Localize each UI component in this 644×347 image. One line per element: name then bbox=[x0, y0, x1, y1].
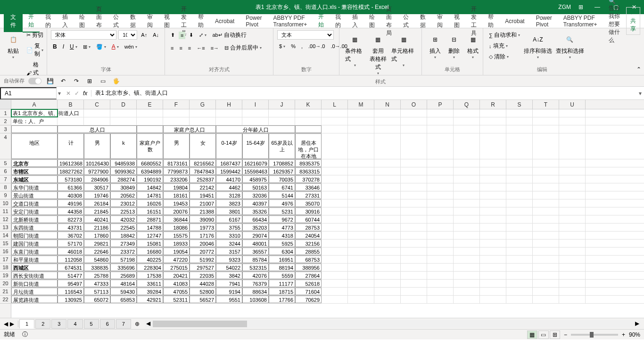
save-button[interactable]: 💾 bbox=[45, 76, 55, 86]
cell[interactable] bbox=[454, 109, 480, 117]
row-header-16[interactable]: 16 bbox=[0, 248, 11, 256]
cell[interactable] bbox=[374, 191, 401, 199]
cell[interactable] bbox=[506, 117, 533, 125]
cell[interactable] bbox=[454, 191, 480, 199]
cell[interactable] bbox=[348, 207, 374, 215]
increase-indent-button[interactable]: ≡→ bbox=[209, 44, 221, 52]
menu-tab-12[interactable]: Power Pivot bbox=[530, 12, 558, 31]
cell[interactable]: 居住本地，户口在本地 bbox=[295, 133, 322, 159]
cell[interactable]: 家庭户户数 bbox=[137, 133, 163, 159]
cell[interactable]: 18933 bbox=[163, 240, 190, 247]
cell[interactable]: 47220 bbox=[163, 256, 190, 263]
cell[interactable] bbox=[348, 231, 374, 239]
comma-button[interactable]: , bbox=[299, 42, 305, 50]
cell[interactable]: 总人口 bbox=[58, 125, 137, 133]
expand-formula-bar[interactable]: ▾ bbox=[636, 90, 644, 97]
user-name[interactable]: ZGM bbox=[558, 4, 571, 10]
cell[interactable] bbox=[401, 240, 427, 247]
touch-mode-button[interactable]: 🖐 bbox=[111, 76, 121, 86]
cell[interactable] bbox=[190, 109, 216, 117]
cell[interactable] bbox=[427, 167, 454, 175]
cell[interactable] bbox=[454, 280, 480, 287]
cell[interactable] bbox=[427, 223, 454, 231]
align-bottom-button[interactable]: ⬇ bbox=[187, 31, 195, 39]
cell[interactable]: 458975 bbox=[242, 175, 269, 183]
cell[interactable] bbox=[480, 183, 506, 191]
cell[interactable] bbox=[427, 215, 454, 223]
cell[interactable]: 43731 bbox=[58, 223, 84, 231]
cell[interactable]: 6167 bbox=[216, 215, 242, 223]
cell[interactable]: 42921 bbox=[137, 296, 163, 303]
cell[interactable]: 5144 bbox=[269, 191, 295, 199]
cell[interactable]: 66434 bbox=[242, 215, 269, 223]
cell[interactable]: 275015 bbox=[163, 264, 190, 271]
copy-button[interactable]: 📄 复制 ▾ bbox=[25, 41, 45, 59]
cell[interactable] bbox=[427, 191, 454, 199]
align-middle-button[interactable]: ≡ bbox=[179, 32, 185, 39]
delete-cells-button[interactable]: ⊟删除▾ bbox=[445, 30, 463, 61]
cell[interactable] bbox=[401, 125, 427, 133]
cell[interactable] bbox=[322, 117, 348, 125]
cell[interactable] bbox=[401, 231, 427, 239]
menu-tab-11[interactable]: Acrobat bbox=[499, 15, 530, 27]
cell[interactable]: 68753 bbox=[295, 256, 322, 263]
cell[interactable]: 49196 bbox=[58, 199, 84, 207]
cell[interactable] bbox=[348, 288, 374, 295]
cell[interactable] bbox=[322, 183, 348, 191]
cell[interactable] bbox=[427, 231, 454, 239]
qa-button-2[interactable]: ▭ bbox=[98, 76, 107, 86]
cell[interactable] bbox=[401, 264, 427, 271]
accessibility-icon[interactable]: ⓘ bbox=[22, 331, 28, 338]
border-button[interactable]: ⊞ ▾ bbox=[81, 43, 92, 51]
cell[interactable] bbox=[427, 109, 454, 117]
cell[interactable]: 47333 bbox=[84, 280, 110, 287]
cell[interactable] bbox=[374, 167, 401, 175]
cell[interactable]: 15-64岁 bbox=[242, 133, 269, 159]
cell[interactable]: 130925 bbox=[58, 296, 84, 303]
cell[interactable] bbox=[374, 215, 401, 223]
row-header-8[interactable]: 8 bbox=[0, 183, 11, 191]
cell[interactable]: 地区 bbox=[11, 133, 58, 159]
cell[interactable] bbox=[506, 256, 533, 263]
sheet-tab-5[interactable]: 5 bbox=[84, 319, 99, 329]
align-left-button[interactable]: ≡ bbox=[169, 44, 175, 52]
cell[interactable] bbox=[506, 125, 533, 133]
cell[interactable]: 60744 bbox=[295, 215, 322, 223]
cell[interactable]: 44170 bbox=[216, 175, 242, 183]
cell[interactable] bbox=[454, 133, 480, 159]
cell[interactable]: 月坛街道 bbox=[11, 288, 58, 295]
cell[interactable]: 22142 bbox=[190, 183, 216, 191]
cell[interactable] bbox=[374, 288, 401, 295]
cell[interactable]: 56527 bbox=[190, 296, 216, 303]
cell[interactable] bbox=[58, 117, 84, 125]
cell[interactable]: 16151 bbox=[137, 207, 163, 215]
cell[interactable]: 3157 bbox=[216, 248, 242, 255]
cell[interactable]: 47055 bbox=[163, 288, 190, 295]
cell[interactable] bbox=[322, 296, 348, 303]
col-header-Q[interactable]: Q bbox=[454, 100, 480, 109]
cell[interactable] bbox=[454, 215, 480, 223]
cell[interactable] bbox=[348, 256, 374, 263]
cell[interactable]: 20562 bbox=[110, 191, 137, 199]
cell[interactable]: 59430 bbox=[110, 288, 137, 295]
cell[interactable]: 32036 bbox=[242, 191, 269, 199]
cell[interactable]: 52618 bbox=[295, 280, 322, 287]
cell[interactable] bbox=[533, 117, 559, 125]
cell[interactable] bbox=[506, 240, 533, 247]
row-header-18[interactable]: 18 bbox=[0, 264, 11, 272]
cell[interactable] bbox=[348, 191, 374, 199]
cell[interactable] bbox=[427, 183, 454, 191]
cell[interactable] bbox=[295, 109, 322, 117]
col-header-F[interactable]: F bbox=[163, 100, 190, 109]
cancel-formula-icon[interactable]: ✕ bbox=[66, 90, 71, 97]
cell[interactable] bbox=[401, 159, 427, 167]
row-header-11[interactable]: 11 bbox=[0, 207, 11, 215]
cell[interactable]: 65岁及以上 bbox=[269, 133, 295, 159]
col-header-N[interactable]: N bbox=[374, 100, 401, 109]
cell[interactable]: 18161 bbox=[163, 191, 190, 199]
cell[interactable]: 男 bbox=[84, 133, 110, 159]
cell[interactable] bbox=[480, 175, 506, 183]
collapse-ribbon-button[interactable]: ⌃ bbox=[636, 66, 641, 73]
row-header-22[interactable]: 22 bbox=[0, 296, 11, 304]
cell[interactable] bbox=[322, 223, 348, 231]
